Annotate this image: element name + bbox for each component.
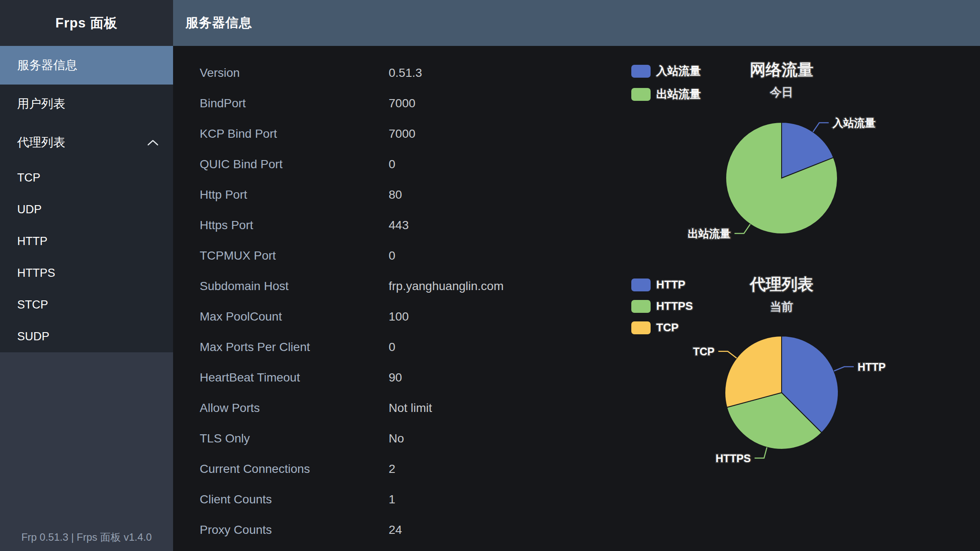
info-row: Max Ports Per Client0	[200, 332, 504, 362]
info-row: Https Port443	[200, 210, 504, 240]
info-label: TCPMUX Port	[200, 249, 389, 263]
info-row: Subdomain Hostfrp.yanghuanglin.com	[200, 271, 504, 301]
sidebar-subitem-udp[interactable]: UDP	[0, 194, 173, 225]
sidebar-item-label: 用户列表	[17, 96, 65, 112]
info-row: Version0.51.3	[200, 58, 504, 88]
info-row: BindPort7000	[200, 88, 504, 118]
info-label: QUIC Bind Port	[200, 157, 389, 171]
info-value: 0	[389, 340, 396, 354]
info-row: Client Counts1	[200, 484, 504, 515]
frps-dashboard: Frps 面板 服务器信息用户列表代理列表TCPUDPHTTPHTTPSSTCP…	[0, 0, 980, 551]
info-value: 80	[389, 188, 402, 202]
sidebar-subitem-http[interactable]: HTTP	[0, 225, 173, 257]
info-value: 0	[389, 157, 396, 171]
legend-label: TCP	[656, 321, 679, 334]
legend-swatch	[631, 88, 651, 101]
network-traffic-chart: 入站流量出站流量 网络流量 今日 入站流量出站流量	[606, 51, 958, 264]
sidebar-item-label: 服务器信息	[17, 57, 77, 73]
info-value: 100	[389, 310, 409, 324]
info-value: 90	[389, 371, 402, 384]
info-label: Subdomain Host	[200, 279, 389, 293]
info-label: Current Connections	[200, 462, 389, 476]
info-row: QUIC Bind Port0	[200, 149, 504, 179]
info-label: Client Counts	[200, 493, 389, 506]
proxy-list-chart: HTTPHTTPSTCP 代理列表 当前 HTTPHTTPSTCP	[606, 266, 958, 515]
sidebar-item-user-list[interactable]: 用户列表	[0, 85, 173, 123]
info-value: 443	[389, 218, 409, 232]
info-label: HeartBeat Timeout	[200, 371, 389, 384]
proxy-list-legend: HTTPHTTPSTCP	[631, 278, 693, 334]
network-traffic-legend: 入站流量出站流量	[631, 64, 701, 102]
sidebar-menu: 服务器信息用户列表代理列表TCPUDPHTTPHTTPSSTCPSUDP	[0, 46, 173, 352]
legend-item-HTTPS[interactable]: HTTPS	[631, 300, 693, 313]
info-value: 0.51.3	[389, 66, 422, 80]
pie-label: HTTP	[858, 361, 886, 373]
pie-label-line	[718, 351, 737, 358]
info-row: Http Port80	[200, 179, 504, 210]
info-label: KCP Bind Port	[200, 127, 389, 141]
info-label: Proxy Counts	[200, 523, 389, 537]
page-title: 服务器信息	[186, 14, 252, 32]
legend-label: 出站流量	[656, 87, 701, 102]
info-value: No	[389, 432, 404, 445]
sidebar-subitem-tcp[interactable]: TCP	[0, 162, 173, 194]
info-label: TLS Only	[200, 432, 389, 445]
info-value: 24	[389, 523, 402, 537]
info-label: Version	[200, 66, 389, 80]
info-row: TCPMUX Port0	[200, 240, 504, 271]
info-row: Max PoolCount100	[200, 301, 504, 332]
info-value: 0	[389, 249, 396, 263]
info-row: KCP Bind Port7000	[200, 118, 504, 149]
legend-item-TCP[interactable]: TCP	[631, 321, 693, 334]
info-label: Max Ports Per Client	[200, 340, 389, 354]
legend-label: HTTPS	[656, 300, 693, 313]
info-table: Version0.51.3BindPort7000KCP Bind Port70…	[200, 58, 504, 545]
info-value: Not limit	[389, 401, 432, 415]
legend-label: 入站流量	[656, 64, 701, 79]
info-label: Max PoolCount	[200, 310, 389, 324]
info-row: Current Connections2	[200, 454, 504, 484]
legend-item-HTTP[interactable]: HTTP	[631, 278, 693, 291]
sidebar: Frps 面板 服务器信息用户列表代理列表TCPUDPHTTPHTTPSSTCP…	[0, 0, 173, 551]
legend-item-出站流量[interactable]: 出站流量	[631, 87, 701, 102]
legend-swatch	[631, 279, 651, 291]
sidebar-footer-version: Frp 0.51.3 | Frps 面板 v1.4.0	[0, 530, 173, 544]
legend-label: HTTP	[656, 278, 685, 291]
sidebar-subitem-https[interactable]: HTTPS	[0, 257, 173, 289]
info-label: Https Port	[200, 218, 389, 232]
chevron-up-icon[interactable]	[147, 139, 158, 146]
info-label: Allow Ports	[200, 401, 389, 415]
info-value: 7000	[389, 127, 415, 141]
legend-swatch	[631, 321, 651, 334]
sidebar-item-server-info[interactable]: 服务器信息	[0, 46, 173, 85]
pie-label: TCP	[693, 345, 715, 357]
pie-label-line	[834, 367, 854, 371]
info-value: 7000	[389, 97, 415, 110]
pie-label: 出站流量	[688, 227, 730, 239]
legend-swatch	[631, 65, 651, 78]
legend-item-入站流量[interactable]: 入站流量	[631, 64, 701, 79]
info-value: 1	[389, 493, 396, 506]
content-header: 服务器信息	[173, 0, 980, 46]
sidebar-subitem-sudp[interactable]: SUDP	[0, 321, 173, 352]
pie-label: HTTPS	[715, 452, 751, 464]
sidebar-title: Frps 面板	[0, 0, 173, 46]
info-value: frp.yanghuanglin.com	[389, 279, 504, 293]
info-label: BindPort	[200, 97, 389, 110]
sidebar-subitem-stcp[interactable]: STCP	[0, 289, 173, 321]
sidebar-item-proxy-list[interactable]: 代理列表	[0, 123, 173, 162]
info-row: Proxy Counts24	[200, 515, 504, 545]
info-row: Allow PortsNot limit	[200, 393, 504, 423]
info-value: 2	[389, 462, 396, 476]
pie-label: 入站流量	[832, 117, 876, 129]
info-row: HeartBeat Timeout90	[200, 362, 504, 393]
legend-swatch	[631, 300, 651, 313]
pie-label-line	[813, 123, 829, 132]
info-row: TLS OnlyNo	[200, 423, 504, 454]
pie-label-line	[755, 448, 767, 458]
sidebar-item-label: 代理列表	[17, 134, 65, 151]
info-label: Http Port	[200, 188, 389, 202]
pie-label-line	[734, 224, 750, 234]
